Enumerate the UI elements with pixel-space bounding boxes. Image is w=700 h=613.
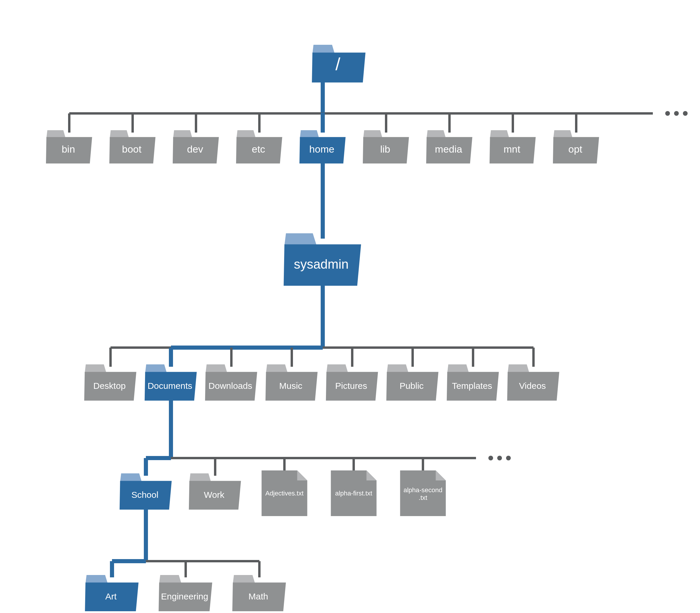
folder-dev: dev: [173, 130, 219, 164]
folder-media: media: [426, 130, 472, 164]
folder-videos-label: Videos: [519, 381, 546, 391]
ellipsis-icon: [683, 111, 688, 116]
folder-public: Public: [386, 364, 438, 401]
ellipsis-icon: [665, 111, 670, 116]
folder-templates-label: Templates: [452, 381, 492, 391]
folder-sysadmin-label: sysadmin: [294, 257, 349, 271]
filesystem-tree-diagram: /binbootdevetchomelibmediamntoptsysadmin…: [0, 0, 700, 613]
folder-math: Math: [232, 575, 286, 611]
folder-mnt-label: mnt: [504, 143, 521, 155]
folder-music: Music: [266, 364, 318, 401]
folder-mnt: mnt: [489, 130, 536, 164]
ellipsis-icon: [497, 456, 502, 460]
folder-engineering-label: Engineering: [161, 591, 208, 601]
folder-media-label: media: [435, 143, 462, 155]
folder-desktop: Desktop: [84, 364, 137, 401]
file-alpha-second-label: .txt: [419, 494, 427, 501]
folder-lib: lib: [363, 130, 409, 164]
ellipsis-icon: [506, 456, 511, 460]
ellipsis-icon: [674, 111, 679, 116]
file-alpha-first-label: alpha-first.txt: [335, 490, 372, 497]
folder-bin-label: bin: [62, 143, 75, 155]
folder-engineering: Engineering: [158, 575, 212, 611]
file-adjectives: Adjectives.txt: [262, 470, 307, 516]
file-alpha-second: alpha-second.txt: [400, 470, 446, 516]
folder-work-label: Work: [204, 490, 225, 499]
folder-etc: etc: [236, 130, 282, 164]
folder-math-label: Math: [249, 591, 268, 601]
folder-documents: Documents: [145, 364, 197, 401]
folder-pictures-label: Pictures: [335, 381, 367, 391]
folder-opt-label: opt: [568, 143, 582, 155]
folder-etc-label: etc: [252, 143, 265, 155]
file-alpha-first: alpha-first.txt: [331, 470, 377, 516]
folder-root-label: /: [335, 54, 341, 74]
folder-music-label: Music: [279, 381, 302, 391]
folder-art: Art: [85, 575, 139, 611]
folder-desktop-label: Desktop: [93, 381, 126, 391]
folder-public-label: Public: [400, 381, 424, 391]
file-alpha-second-label: alpha-second: [404, 486, 442, 494]
folder-home: home: [300, 130, 346, 164]
folder-videos: Videos: [507, 364, 559, 401]
folder-work: Work: [189, 473, 241, 510]
folder-templates: Templates: [447, 364, 499, 401]
folder-downloads: Downloads: [205, 364, 257, 401]
folder-documents-label: Documents: [148, 381, 192, 391]
folder-downloads-label: Downloads: [208, 381, 252, 391]
folder-bin: bin: [46, 130, 92, 164]
folder-opt: opt: [553, 130, 599, 164]
folder-home-label: home: [309, 143, 334, 155]
folder-school-label: School: [131, 490, 158, 499]
folder-dev-label: dev: [187, 143, 203, 155]
folder-boot: boot: [109, 130, 156, 164]
file-adjectives-label: Adjectives.txt: [265, 490, 304, 497]
folder-lib-label: lib: [380, 143, 390, 155]
ellipsis-icon: [488, 456, 493, 460]
folder-art-label: Art: [105, 591, 117, 601]
folder-pictures: Pictures: [326, 364, 378, 401]
folder-sysadmin: sysadmin: [283, 233, 361, 286]
folder-boot-label: boot: [122, 143, 142, 155]
folder-school: School: [120, 473, 172, 510]
folder-root: /: [312, 45, 366, 82]
